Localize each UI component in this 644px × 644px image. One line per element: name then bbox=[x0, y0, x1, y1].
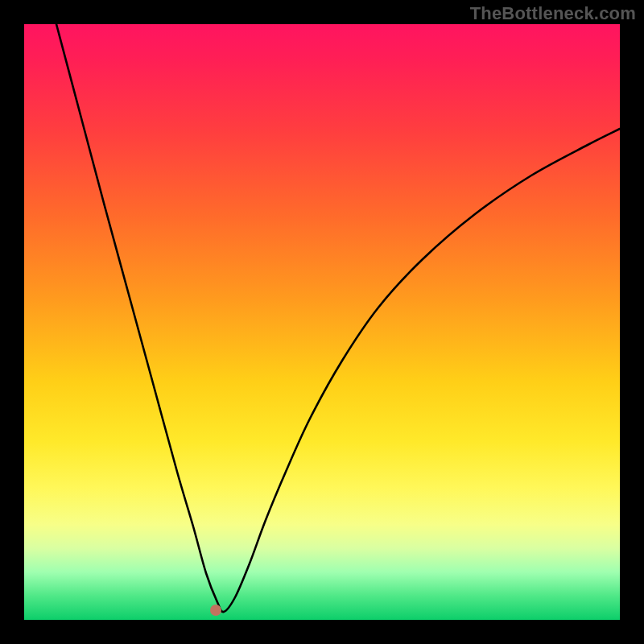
chart-frame: TheBottleneck.com bbox=[0, 0, 644, 644]
watermark-text: TheBottleneck.com bbox=[470, 3, 636, 24]
minimum-point-dot bbox=[210, 605, 221, 616]
bottleneck-curve bbox=[24, 24, 620, 620]
plot-area bbox=[24, 24, 620, 620]
